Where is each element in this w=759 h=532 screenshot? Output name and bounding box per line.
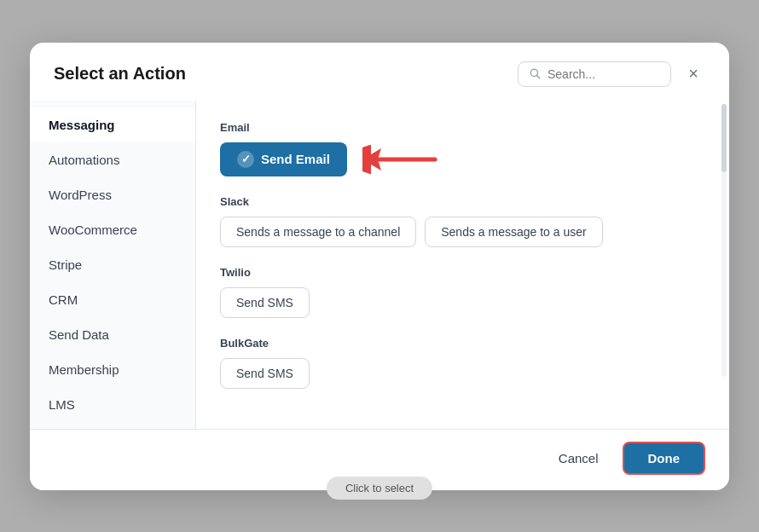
content-with-scrollbar: Email ✓ Send Email: [196, 101, 729, 429]
section-label-bulkgate: BulkGate: [220, 337, 695, 350]
sidebar-item-messaging[interactable]: Messaging: [30, 107, 195, 142]
done-button[interactable]: Done: [623, 442, 706, 475]
modal-overlay: Select an Action × Messaging: [0, 0, 759, 532]
bulkgate-sms-button[interactable]: Send SMS: [220, 358, 310, 389]
section-label-slack: Slack: [220, 195, 695, 208]
modal-body: Messaging Automations WordPress WooComme…: [30, 101, 729, 429]
sidebar-item-send-data[interactable]: Send Data: [30, 317, 195, 352]
check-circle-icon: ✓: [237, 151, 254, 168]
sidebar-item-lms[interactable]: LMS: [30, 387, 195, 422]
sidebar-item-membership[interactable]: Membership: [30, 352, 195, 387]
twilio-sms-button[interactable]: Send SMS: [220, 287, 310, 318]
svg-line-1: [536, 75, 539, 78]
modal-dialog: Select an Action × Messaging: [30, 43, 729, 490]
search-icon: [529, 67, 542, 80]
slack-channel-button[interactable]: Sends a message to a channel: [220, 217, 416, 247]
slack-user-button[interactable]: Sends a message to a user: [425, 217, 602, 247]
sidebar: Messaging Automations WordPress WooComme…: [30, 101, 196, 429]
section-label-twilio: Twilio: [220, 266, 695, 279]
sidebar-item-stripe[interactable]: Stripe: [30, 247, 195, 282]
slack-actions-row: Sends a message to a channel Sends a mes…: [220, 217, 695, 247]
close-icon: ×: [688, 64, 698, 84]
modal-title: Select an Action: [54, 64, 186, 84]
bottom-hint: Click to select: [327, 477, 432, 500]
email-actions-row: ✓ Send Email: [220, 142, 695, 176]
twilio-actions-row: Send SMS: [220, 287, 695, 318]
section-label-email: Email: [220, 121, 695, 134]
header-right: ×: [518, 61, 705, 87]
sidebar-item-crm[interactable]: CRM: [30, 282, 195, 317]
search-input[interactable]: [548, 67, 660, 81]
modal-header: Select an Action ×: [30, 43, 729, 101]
sidebar-item-woocommerce[interactable]: WooCommerce: [30, 212, 195, 247]
cancel-button[interactable]: Cancel: [547, 444, 611, 472]
red-arrow-icon: [362, 143, 439, 176]
sidebar-item-automations[interactable]: Automations: [30, 142, 195, 177]
content-area: Email ✓ Send Email: [196, 101, 719, 429]
sidebar-item-wordpress[interactable]: WordPress: [30, 177, 195, 212]
scrollbar-thumb[interactable]: [721, 104, 727, 172]
bulkgate-actions-row: Send SMS: [220, 358, 695, 389]
close-button[interactable]: ×: [681, 62, 705, 86]
search-box[interactable]: [518, 61, 671, 87]
scrollbar-track[interactable]: [721, 104, 727, 377]
send-email-button[interactable]: ✓ Send Email: [220, 142, 347, 176]
